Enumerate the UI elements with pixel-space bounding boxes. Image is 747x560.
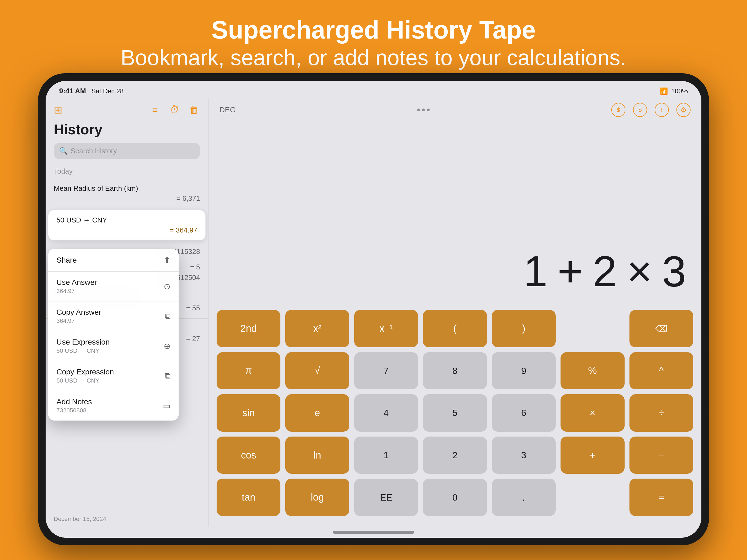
key-divide[interactable]: ÷ [629,394,693,432]
key-ln[interactable]: ln [285,436,349,474]
key-percent[interactable]: % [561,352,624,390]
key-3[interactable]: 3 [492,436,556,474]
key-pi[interactable]: π [216,352,280,390]
dollar-icon-2[interactable]: $ [633,103,647,117]
history-result: = 6,371 [54,194,200,203]
home-bar [333,531,414,534]
gear-icon[interactable]: ⚙ [676,103,691,117]
key-7[interactable]: 7 [354,352,418,390]
history-footer: December 15, 2024 [46,511,208,527]
history-item-active[interactable]: 50 USD → CNY = 364.97 [48,210,205,240]
trash-icon[interactable]: 🗑 [188,104,200,116]
key-close-paren[interactable]: ) [492,310,556,347]
sidebar-toggle-button[interactable]: ⊞ [54,104,62,116]
context-menu: Share ⬆ Use Answer 364.97 ⊙ [48,249,179,421]
status-time: 9:41 AM [59,87,86,95]
page-title: Supercharged History Tape [0,16,747,44]
copy-expr-icon: ⧉ [165,371,171,381]
key-sin[interactable]: sin [216,394,280,432]
dot3 [427,109,430,111]
key-4[interactable]: 4 [354,394,418,432]
key-backspace[interactable]: ⌫ [629,310,693,347]
key-8[interactable]: 8 [423,352,487,390]
section-today: Today [46,164,208,178]
display-expression: 1 + 2 × 3 [523,246,685,296]
key-multiply[interactable]: × [561,394,624,432]
sidebar: ⊞ ≡ ⏱ 🗑 History 🔍 Search History Today [46,99,208,527]
key-cos[interactable]: cos [216,436,280,474]
sidebar-toolbar: ⊞ ≡ ⏱ 🗑 [46,99,208,121]
dot2 [422,109,425,111]
search-bar[interactable]: 🔍 Search History [54,143,200,159]
key-decimal[interactable]: . [492,479,556,516]
dots-menu[interactable] [417,109,430,111]
key-ee[interactable]: EE [354,479,418,516]
calc-top-icons: $ $ + ⚙ [611,103,691,117]
add-notes-sub: 732050808 [56,407,92,414]
home-bar-area [46,527,701,538]
context-menu-use-answer[interactable]: Use Answer 364.97 ⊙ [48,272,179,301]
dot1 [417,109,420,111]
use-answer-icon: ⊙ [164,282,171,291]
add-notes-icon: ▭ [163,401,171,410]
key-x2[interactable]: x² [285,310,349,347]
share-label: Share [56,256,77,265]
history-list: Mean Radius of Earth (km) = 6,371 50 USD… [46,178,208,511]
key-tan[interactable]: tan [216,479,280,516]
deg-label[interactable]: DEG [219,106,236,114]
timer-icon[interactable]: ⏱ [169,104,181,116]
filter-icon[interactable]: ≡ [149,104,161,116]
key-x-inv[interactable]: x⁻¹ [354,310,418,347]
key-log[interactable]: log [285,479,349,516]
history-item[interactable]: Mean Radius of Earth (km) = 6,371 [46,178,208,209]
copy-answer-sub: 364.97 [56,317,101,324]
key-plus[interactable]: + [561,436,624,474]
page-subtitle: Bookmark, search, or add notes to your c… [0,44,747,72]
key-open-paren[interactable]: ( [423,310,487,347]
key-6[interactable]: 6 [492,394,556,432]
wifi-icon: 📶 [660,87,668,95]
context-menu-use-expr[interactable]: Use Expression 50 USD → CNY ⊕ [48,331,179,361]
use-answer-label: Use Answer [56,278,97,287]
key-minus[interactable]: – [629,436,693,474]
share-icon: ⬆ [164,255,171,265]
status-right: 📶 100% [660,87,688,95]
copy-expr-label: Copy Expression [56,368,114,376]
calculator-area: DEG $ $ + ⚙ 1 + 2 × 3 [208,99,701,527]
use-expr-icon: ⊕ [164,341,171,351]
calc-top-bar: DEG $ $ + ⚙ [208,99,701,121]
copy-answer-label: Copy Answer [56,308,101,317]
key-2[interactable]: 2 [423,436,487,474]
copy-answer-icon: ⧉ [165,312,171,321]
keypad: 2nd x² x⁻¹ ( ) ⌫ π √ 7 8 9 % ^ sin [208,304,701,527]
key-5[interactable]: 5 [423,394,487,432]
page-header: Supercharged History Tape Bookmark, sear… [0,0,747,80]
plus-icon[interactable]: + [655,103,669,117]
context-menu-share[interactable]: Share ⬆ [48,249,179,272]
search-icon: 🔍 [59,147,68,155]
key-9[interactable]: 9 [492,352,556,390]
search-placeholder: Search History [71,147,117,155]
app-body: ⊞ ≡ ⏱ 🗑 History 🔍 Search History Today [46,99,701,527]
context-menu-add-notes[interactable]: Add Notes 732050808 ▭ [48,391,179,421]
history-expr-active: 50 USD → CNY [56,216,197,224]
ipad-frame: 9:41 AM Sat Dec 28 📶 100% ⊞ ≡ ⏱ 🗑 [38,73,709,545]
add-notes-label: Add Notes [56,398,92,406]
key-2nd[interactable]: 2nd [216,310,280,347]
key-0[interactable]: 0 [423,479,487,516]
battery-label: 100% [671,87,688,95]
key-1[interactable]: 1 [354,436,418,474]
context-menu-copy-expr[interactable]: Copy Expression 50 USD → CNY ⧉ [48,361,179,391]
key-equals[interactable]: = [629,479,693,516]
context-menu-copy-answer[interactable]: Copy Answer 364.97 ⧉ [48,301,179,331]
status-bar: 9:41 AM Sat Dec 28 📶 100% [46,81,701,99]
key-sqrt[interactable]: √ [285,352,349,390]
history-expr: Mean Radius of Earth (km) [54,184,200,193]
dollar-icon-1[interactable]: $ [611,103,625,117]
use-expr-sub: 50 USD → CNY [56,347,110,354]
ipad-screen: 9:41 AM Sat Dec 28 📶 100% ⊞ ≡ ⏱ 🗑 [46,81,701,538]
key-caret[interactable]: ^ [629,352,693,390]
key-e[interactable]: e [285,394,349,432]
calc-display: 1 + 2 × 3 [208,121,701,304]
history-result-active: = 364.97 [56,226,197,234]
